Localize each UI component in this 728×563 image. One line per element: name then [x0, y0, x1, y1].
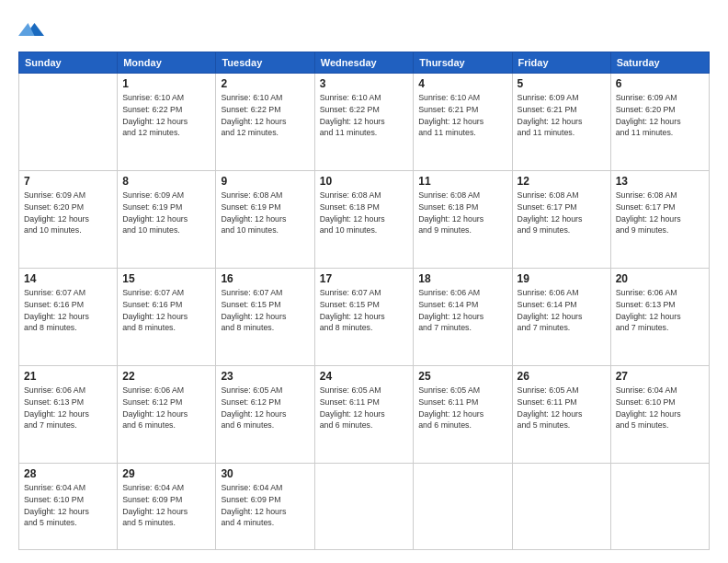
day-number: 3	[320, 77, 409, 90]
logo	[18, 17, 50, 42]
calendar-cell: 2Sunrise: 6:10 AMSunset: 6:22 PMDaylight…	[216, 74, 314, 171]
calendar-cell: 19Sunrise: 6:06 AMSunset: 6:14 PMDayligh…	[512, 269, 610, 366]
day-number: 10	[320, 175, 409, 188]
calendar-cell: 1Sunrise: 6:10 AMSunset: 6:22 PMDaylight…	[118, 74, 216, 171]
calendar-header-sunday: Sunday	[19, 52, 118, 74]
day-info: Sunrise: 6:07 AMSunset: 6:16 PMDaylight:…	[24, 287, 112, 334]
day-info: Sunrise: 6:09 AMSunset: 6:20 PMDaylight:…	[24, 190, 112, 236]
calendar-cell: 6Sunrise: 6:09 AMSunset: 6:20 PMDaylight…	[610, 74, 709, 171]
calendar-week-2: 7Sunrise: 6:09 AMSunset: 6:20 PMDaylight…	[19, 171, 710, 269]
day-info: Sunrise: 6:09 AMSunset: 6:20 PMDaylight:…	[616, 92, 704, 139]
day-number: 12	[518, 175, 606, 188]
calendar-week-1: 1Sunrise: 6:10 AMSunset: 6:22 PMDaylight…	[19, 74, 710, 171]
calendar-week-4: 21Sunrise: 6:06 AMSunset: 6:13 PMDayligh…	[19, 366, 710, 464]
calendar-cell: 28Sunrise: 6:04 AMSunset: 6:10 PMDayligh…	[19, 464, 118, 550]
calendar-cell: 17Sunrise: 6:07 AMSunset: 6:15 PMDayligh…	[314, 269, 414, 366]
day-info: Sunrise: 6:04 AMSunset: 6:10 PMDaylight:…	[24, 482, 112, 529]
calendar-cell: 18Sunrise: 6:06 AMSunset: 6:14 PMDayligh…	[414, 269, 512, 366]
day-info: Sunrise: 6:10 AMSunset: 6:21 PMDaylight:…	[418, 92, 506, 139]
calendar-cell: 3Sunrise: 6:10 AMSunset: 6:22 PMDaylight…	[314, 74, 414, 171]
calendar-header-row: SundayMondayTuesdayWednesdayThursdayFrid…	[19, 52, 710, 74]
day-info: Sunrise: 6:05 AMSunset: 6:11 PMDaylight:…	[320, 385, 409, 431]
calendar-cell: 30Sunrise: 6:04 AMSunset: 6:09 PMDayligh…	[216, 464, 314, 550]
day-info: Sunrise: 6:10 AMSunset: 6:22 PMDaylight:…	[320, 92, 409, 139]
day-info: Sunrise: 6:08 AMSunset: 6:19 PMDaylight:…	[221, 190, 309, 236]
calendar-cell: 5Sunrise: 6:09 AMSunset: 6:21 PMDaylight…	[512, 74, 610, 171]
day-number: 21	[24, 370, 112, 383]
day-number: 28	[24, 467, 112, 480]
day-number: 26	[518, 370, 606, 383]
day-info: Sunrise: 6:04 AMSunset: 6:09 PMDaylight:…	[122, 482, 210, 529]
day-info: Sunrise: 6:10 AMSunset: 6:22 PMDaylight:…	[122, 92, 210, 139]
day-info: Sunrise: 6:07 AMSunset: 6:16 PMDaylight:…	[122, 287, 210, 334]
calendar-cell	[414, 464, 512, 550]
day-number: 18	[418, 272, 506, 285]
day-number: 13	[616, 175, 704, 188]
day-info: Sunrise: 6:07 AMSunset: 6:15 PMDaylight:…	[221, 287, 309, 334]
calendar-cell: 4Sunrise: 6:10 AMSunset: 6:21 PMDaylight…	[414, 74, 512, 171]
day-info: Sunrise: 6:09 AMSunset: 6:19 PMDaylight:…	[122, 190, 210, 236]
calendar-cell: 11Sunrise: 6:08 AMSunset: 6:18 PMDayligh…	[414, 171, 512, 269]
calendar-cell: 29Sunrise: 6:04 AMSunset: 6:09 PMDayligh…	[118, 464, 216, 550]
day-info: Sunrise: 6:05 AMSunset: 6:11 PMDaylight:…	[418, 385, 506, 431]
calendar-week-5: 28Sunrise: 6:04 AMSunset: 6:10 PMDayligh…	[19, 464, 710, 550]
calendar-cell: 7Sunrise: 6:09 AMSunset: 6:20 PMDaylight…	[19, 171, 118, 269]
day-number: 20	[616, 272, 704, 285]
day-info: Sunrise: 6:06 AMSunset: 6:14 PMDaylight:…	[518, 287, 606, 334]
day-number: 29	[122, 467, 210, 480]
day-info: Sunrise: 6:08 AMSunset: 6:17 PMDaylight:…	[616, 190, 704, 236]
day-info: Sunrise: 6:08 AMSunset: 6:18 PMDaylight:…	[418, 190, 506, 236]
day-number: 19	[518, 272, 606, 285]
calendar-cell	[314, 464, 414, 550]
day-info: Sunrise: 6:06 AMSunset: 6:13 PMDaylight:…	[24, 385, 112, 431]
calendar-header-wednesday: Wednesday	[314, 52, 414, 74]
day-number: 7	[24, 175, 112, 188]
calendar-cell: 23Sunrise: 6:05 AMSunset: 6:12 PMDayligh…	[216, 366, 314, 464]
day-number: 4	[418, 77, 506, 90]
calendar-cell: 24Sunrise: 6:05 AMSunset: 6:11 PMDayligh…	[314, 366, 414, 464]
calendar-cell: 22Sunrise: 6:06 AMSunset: 6:12 PMDayligh…	[118, 366, 216, 464]
day-number: 11	[418, 175, 506, 188]
day-number: 14	[24, 272, 112, 285]
day-number: 25	[418, 370, 506, 383]
day-number: 24	[320, 370, 409, 383]
calendar-cell: 10Sunrise: 6:08 AMSunset: 6:18 PMDayligh…	[314, 171, 414, 269]
day-info: Sunrise: 6:06 AMSunset: 6:13 PMDaylight:…	[616, 287, 704, 334]
day-number: 6	[616, 77, 704, 90]
calendar-cell: 8Sunrise: 6:09 AMSunset: 6:19 PMDaylight…	[118, 171, 216, 269]
day-number: 5	[518, 77, 606, 90]
day-info: Sunrise: 6:09 AMSunset: 6:21 PMDaylight:…	[518, 92, 606, 139]
day-number: 27	[616, 370, 704, 383]
calendar-header-saturday: Saturday	[610, 52, 709, 74]
calendar-cell: 20Sunrise: 6:06 AMSunset: 6:13 PMDayligh…	[610, 269, 709, 366]
day-info: Sunrise: 6:05 AMSunset: 6:11 PMDaylight:…	[518, 385, 606, 431]
calendar-header-friday: Friday	[512, 52, 610, 74]
day-info: Sunrise: 6:06 AMSunset: 6:12 PMDaylight:…	[122, 385, 210, 431]
page: SundayMondayTuesdayWednesdayThursdayFrid…	[0, 0, 728, 563]
calendar-cell: 16Sunrise: 6:07 AMSunset: 6:15 PMDayligh…	[216, 269, 314, 366]
day-number: 1	[122, 77, 210, 90]
day-number: 8	[122, 175, 210, 188]
calendar-cell: 14Sunrise: 6:07 AMSunset: 6:16 PMDayligh…	[19, 269, 118, 366]
day-number: 16	[221, 272, 309, 285]
day-info: Sunrise: 6:04 AMSunset: 6:09 PMDaylight:…	[221, 482, 309, 529]
header	[18, 17, 710, 42]
day-info: Sunrise: 6:08 AMSunset: 6:17 PMDaylight:…	[518, 190, 606, 236]
day-number: 17	[320, 272, 409, 285]
calendar-cell	[610, 464, 709, 550]
day-number: 30	[221, 467, 309, 480]
calendar-cell: 27Sunrise: 6:04 AMSunset: 6:10 PMDayligh…	[610, 366, 709, 464]
day-number: 23	[221, 370, 309, 383]
calendar-cell	[512, 464, 610, 550]
logo-icon	[18, 17, 44, 42]
day-info: Sunrise: 6:05 AMSunset: 6:12 PMDaylight:…	[221, 385, 309, 431]
day-number: 9	[221, 175, 309, 188]
day-info: Sunrise: 6:04 AMSunset: 6:10 PMDaylight:…	[616, 385, 704, 431]
calendar-cell: 26Sunrise: 6:05 AMSunset: 6:11 PMDayligh…	[512, 366, 610, 464]
day-info: Sunrise: 6:06 AMSunset: 6:14 PMDaylight:…	[418, 287, 506, 334]
day-number: 22	[122, 370, 210, 383]
day-info: Sunrise: 6:08 AMSunset: 6:18 PMDaylight:…	[320, 190, 409, 236]
day-number: 2	[221, 77, 309, 90]
calendar-cell: 21Sunrise: 6:06 AMSunset: 6:13 PMDayligh…	[19, 366, 118, 464]
calendar-cell: 13Sunrise: 6:08 AMSunset: 6:17 PMDayligh…	[610, 171, 709, 269]
